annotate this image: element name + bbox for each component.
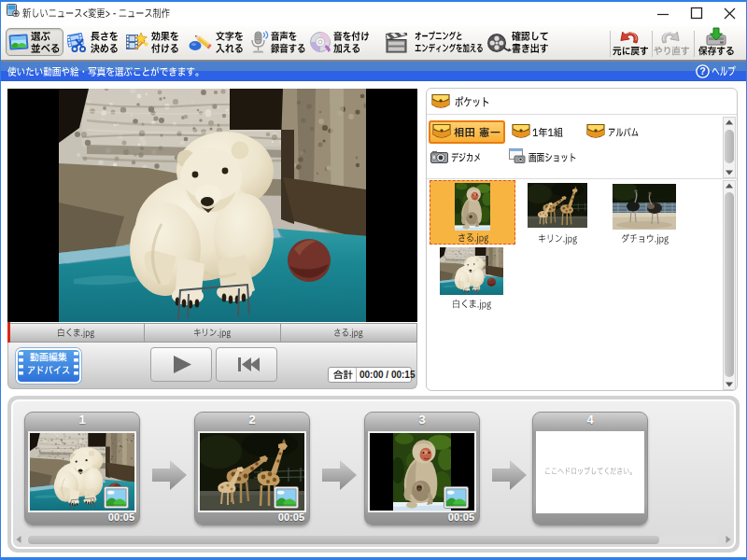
svg-text:?: ? xyxy=(699,65,705,77)
